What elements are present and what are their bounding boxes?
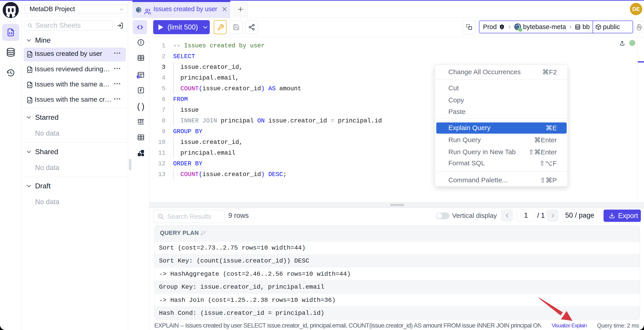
svg-text:123: 123 [137, 119, 143, 123]
